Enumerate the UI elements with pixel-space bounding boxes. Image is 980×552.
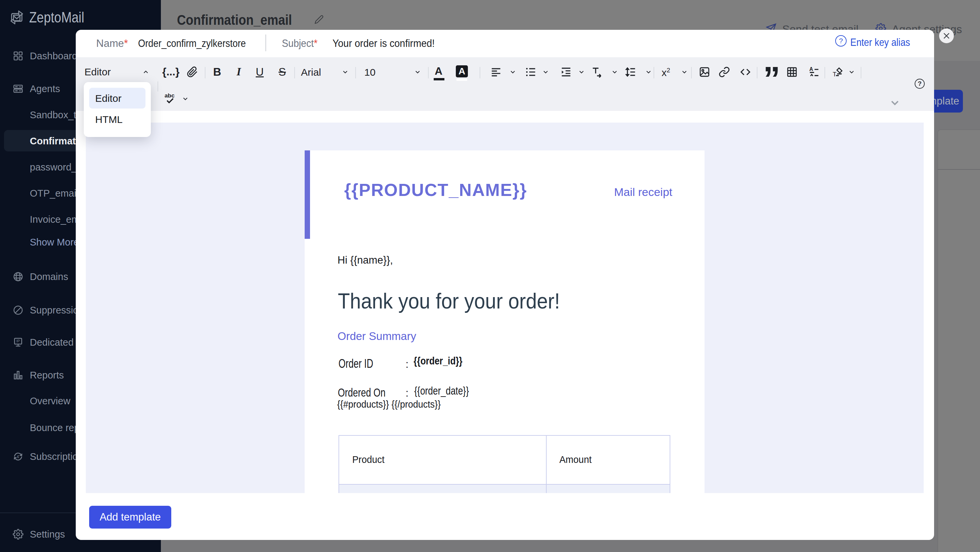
svg-text:abc: abc (165, 93, 175, 99)
svg-text:IP: IP (16, 339, 20, 343)
svg-text:T: T (832, 71, 836, 78)
svg-text:¢: ¢ (17, 454, 19, 459)
svg-text:A: A (810, 66, 813, 72)
